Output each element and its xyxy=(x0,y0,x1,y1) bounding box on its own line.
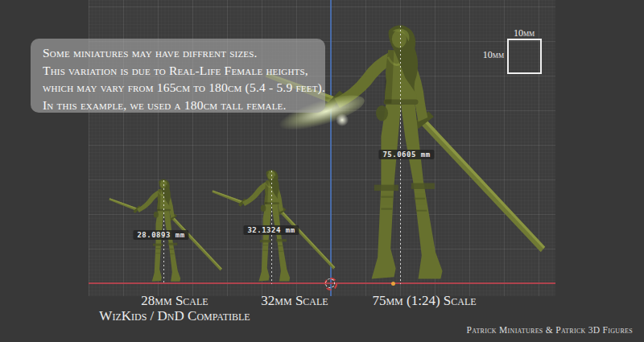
caption-28mm: 28mm Scale WizKids / DnD Compatible xyxy=(99,294,250,323)
info-box: Some miniatures may have diffrent sizes.… xyxy=(31,39,325,113)
10mm-reference-square xyxy=(507,39,542,74)
sword-glow-core xyxy=(336,113,349,126)
caption-28mm-subtitle: WizKids / DnD Compatible xyxy=(99,309,250,324)
caption-32mm: 32mm Scale xyxy=(261,294,328,309)
caption-75mm: 75mm (1:24) Scale xyxy=(372,294,476,309)
info-line-4: In this example, we used a 180cm tall fe… xyxy=(43,97,325,114)
3d-cursor-icon[interactable] xyxy=(324,278,337,290)
measurement-label-75mm: 75.0605 mm xyxy=(378,150,434,159)
info-line-3: which may vary from 165cm to 180cm (5.4 … xyxy=(43,79,325,97)
ref-square-top-label: 10mm xyxy=(514,27,535,39)
object-origin-dot xyxy=(391,282,395,286)
measurement-label-32mm: 32.1324 mm xyxy=(243,225,299,235)
caption-28mm-title: 28mm Scale xyxy=(99,294,250,309)
measurement-label-28mm: 28.0893 mm xyxy=(133,230,188,240)
info-line-1: Some miniatures may have diffrent sizes. xyxy=(43,44,325,62)
ref-square-side-label: 10mm xyxy=(481,49,504,61)
3d-viewport[interactable]: 28.0893 mm 32.1324 mm 75.0605 mm Some mi… xyxy=(0,0,644,342)
watermark: Patrick Miniatures & Patrick 3D Figures xyxy=(467,325,634,335)
info-line-2: This variation is due to Real-Life Femal… xyxy=(43,62,325,80)
